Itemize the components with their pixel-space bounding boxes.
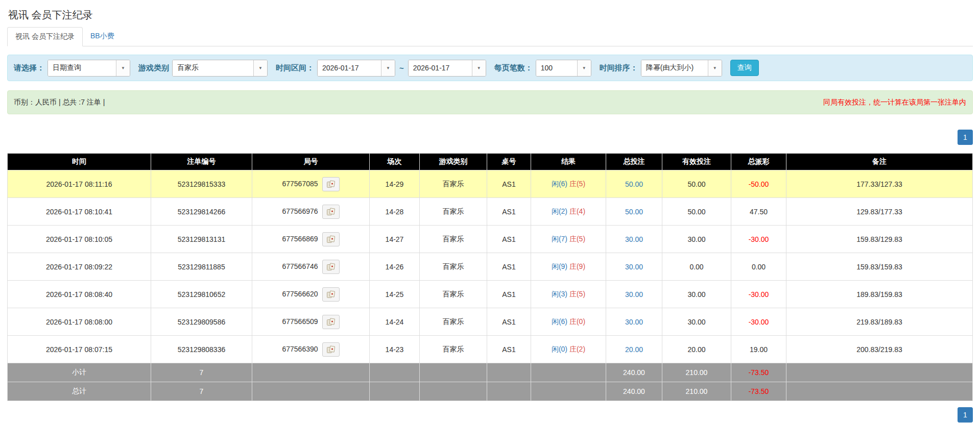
total-bet-link[interactable]: 30.00 — [625, 318, 643, 326]
total-bet-cell: 30.00 — [606, 226, 662, 253]
round-cell: 677566509 — [252, 308, 370, 336]
note-cell: 189.83/159.83 — [786, 281, 973, 308]
total-bet-link[interactable]: 50.00 — [625, 208, 643, 216]
table-no-cell: AS1 — [487, 198, 531, 226]
total-payout: -73.50 — [731, 382, 786, 401]
result-banker: 庄(2) — [569, 345, 585, 353]
time-cell: 2026-01-17 08:10:41 — [8, 198, 151, 226]
subtotal-label: 小计 — [8, 363, 151, 382]
session-cell: 14-26 — [370, 253, 420, 281]
session-cell: 14-28 — [370, 198, 420, 226]
game-type-cell: 百家乐 — [420, 253, 487, 281]
tab-bb-tips[interactable]: BB小费 — [83, 27, 122, 46]
date-from-caret-button[interactable]: ▼ — [381, 60, 395, 76]
round-id: 677566976 — [282, 207, 318, 215]
table-row: 2026-01-17 08:10:41 523129814266 6775669… — [8, 198, 973, 226]
column-header-valid-bet: 有效投注 — [662, 154, 731, 170]
total-bet-link[interactable]: 50.00 — [625, 180, 643, 188]
date-to-input[interactable] — [409, 60, 472, 76]
total-bet-link[interactable]: 20.00 — [625, 345, 643, 354]
page-button-1-bottom[interactable]: 1 — [958, 407, 973, 422]
caret-down-icon: ▼ — [258, 66, 262, 70]
cards-icon — [326, 318, 336, 326]
page-size-input[interactable] — [536, 60, 577, 76]
total-bet-cell: 30.00 — [606, 281, 662, 308]
subtotal-payout: -73.50 — [731, 363, 786, 382]
valid-bet-cell: 50.00 — [662, 170, 731, 198]
round-id: 677566746 — [282, 262, 318, 270]
round-detail-button[interactable] — [322, 315, 340, 329]
round-detail-button[interactable] — [322, 232, 340, 246]
empty-cell — [252, 382, 370, 401]
game-type-cell: 百家乐 — [420, 198, 487, 226]
bet-id-cell: 523129808336 — [151, 336, 252, 363]
round-cell: 677566746 — [252, 253, 370, 281]
session-cell: 14-27 — [370, 226, 420, 253]
time-cell: 2026-01-17 08:08:00 — [8, 308, 151, 336]
total-bet-link[interactable]: 30.00 — [625, 263, 643, 271]
date-to-caret-button[interactable]: ▼ — [472, 60, 486, 76]
date-range-label: 时间区间： — [276, 63, 314, 73]
result-player: 闲(2) — [552, 207, 567, 215]
subtotal-valid-bet: 210.00 — [662, 363, 731, 382]
column-header-game-type: 游戏类别 — [420, 154, 487, 170]
table-footer: 小计 7 240.00 210.00 -73.50 总计 7 — [8, 363, 973, 401]
valid-bet-cell: 30.00 — [662, 226, 731, 253]
total-row: 总计 7 240.00 210.00 -73.50 — [8, 382, 973, 401]
column-header-total-bet: 总投注 — [606, 154, 662, 170]
date-from-input[interactable] — [318, 60, 381, 76]
game-type-caret-button[interactable]: ▼ — [253, 60, 267, 76]
empty-cell — [370, 382, 420, 401]
tab-betting-records[interactable]: 视讯 会员下注纪录 — [7, 27, 83, 46]
result-player: 闲(3) — [552, 290, 567, 298]
empty-cell — [252, 363, 370, 382]
result-cell: 闲(7) 庄(5) — [531, 226, 606, 253]
session-cell: 14-23 — [370, 336, 420, 363]
session-cell: 14-29 — [370, 170, 420, 198]
table-no-cell: AS1 — [487, 308, 531, 336]
sort-order-combobox: ▼ — [641, 60, 722, 77]
main-container: 视讯 会员下注纪录 视讯 会员下注纪录 BB小费 请选择： ▼ 游戏类别 ▼ 时… — [7, 8, 973, 422]
round-detail-button[interactable] — [322, 205, 340, 219]
payout-cell: 47.50 — [731, 198, 786, 226]
total-total-bet: 240.00 — [606, 382, 662, 401]
round-detail-button[interactable] — [322, 287, 340, 302]
caret-down-icon: ▼ — [121, 66, 125, 70]
note-cell: 159.83/129.83 — [786, 226, 973, 253]
empty-cell — [420, 382, 487, 401]
table-no-cell: AS1 — [487, 253, 531, 281]
pagination-top: 1 — [7, 130, 973, 145]
round-detail-button[interactable] — [322, 342, 340, 357]
sort-order-input[interactable] — [641, 60, 708, 76]
empty-cell — [531, 382, 606, 401]
sort-order-caret-button[interactable]: ▼ — [708, 60, 722, 76]
empty-cell — [370, 363, 420, 382]
round-id: 677567085 — [282, 179, 318, 187]
date-from-combobox: ▼ — [317, 60, 395, 77]
empty-cell — [531, 363, 606, 382]
table-no-cell: AS1 — [487, 336, 531, 363]
search-button[interactable]: 查询 — [730, 60, 759, 76]
cards-icon — [326, 345, 336, 354]
game-type-cell: 百家乐 — [420, 281, 487, 308]
total-bet-link[interactable]: 30.00 — [625, 290, 643, 298]
page-button-1[interactable]: 1 — [958, 130, 973, 145]
page-size-caret-button[interactable]: ▼ — [577, 60, 591, 76]
total-bet-cell: 30.00 — [606, 253, 662, 281]
empty-cell — [786, 382, 973, 401]
round-detail-button[interactable] — [322, 177, 340, 191]
payout-cell: -30.00 — [731, 226, 786, 253]
game-type-input[interactable] — [173, 60, 253, 76]
result-banker: 庄(5) — [569, 235, 585, 243]
note-cell: 159.83/159.83 — [786, 253, 973, 281]
column-header-note: 备注 — [786, 154, 973, 170]
result-cell: 闲(6) 庄(5) — [531, 170, 606, 198]
column-header-time: 时间 — [8, 154, 151, 170]
total-bet-link[interactable]: 30.00 — [625, 235, 643, 243]
select-type-input[interactable] — [48, 60, 116, 76]
round-detail-button[interactable] — [322, 260, 340, 274]
subtotal-row: 小计 7 240.00 210.00 -73.50 — [8, 363, 973, 382]
valid-bet-cell: 30.00 — [662, 308, 731, 336]
result-player: 闲(7) — [552, 235, 567, 243]
select-type-caret-button[interactable]: ▼ — [116, 60, 130, 76]
